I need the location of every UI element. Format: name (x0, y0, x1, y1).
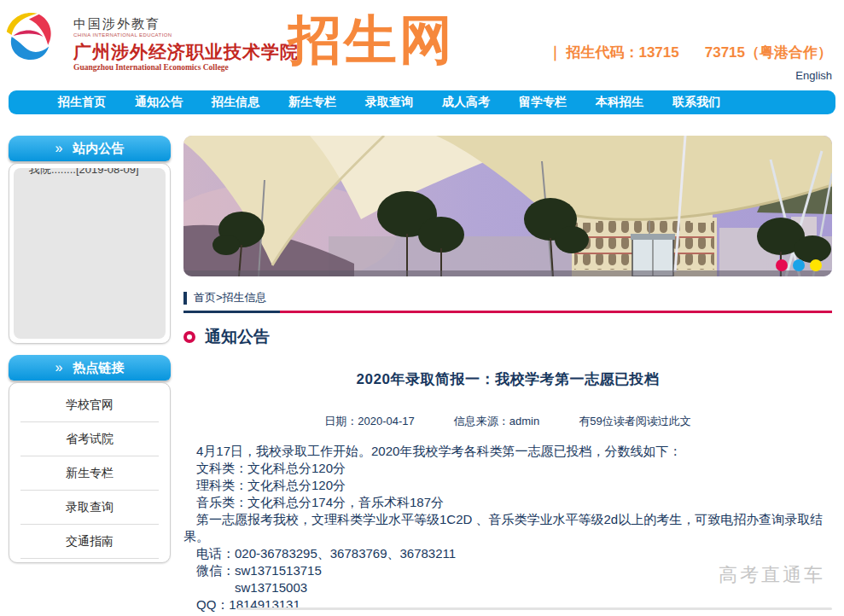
article-paragraph: 文科类：文化科总分120分 (183, 460, 832, 477)
org-name-cn: 中国涉外教育 (73, 17, 299, 30)
sidebar-hot-links-title: 热点链接 (73, 360, 124, 376)
breadcrumb-divider (183, 311, 832, 313)
carousel-dot-2[interactable] (793, 259, 805, 271)
article-paragraph: 第一志愿报考我校，文理科类学业水平等级1C2D 、音乐类学业水平等级2d以上的考… (183, 511, 832, 545)
article-paragraph: 4月17日，我校录取工作开始。2020年我校学考各科类第一志愿已投档，分数线如下… (183, 443, 832, 460)
article-paragraph: 理科类：文化科总分120分 (183, 477, 832, 494)
hot-link-admission-query[interactable]: 录取查询 (20, 491, 159, 525)
college-name-cn: 广州涉外经济职业技术学院 (73, 44, 299, 61)
article-meta: 日期：2020-04-17 信息来源：admin 有59位读者阅读过此文 (183, 414, 832, 429)
hot-link-exam-authority[interactable]: 省考试院 (20, 422, 159, 456)
admission-code-secondary: 73715（粤港合作） (705, 43, 832, 62)
announcements-box: 我院........[2019-08-09] (9, 163, 171, 344)
nav-item-undergraduate[interactable]: 本科招生 (596, 95, 643, 110)
hot-link-traffic-guide[interactable]: 交通指南 (20, 525, 159, 559)
article-paragraph: QQ：1814913131 (183, 596, 832, 613)
college-name-en: Guangzhou International Economics Colleg… (73, 64, 299, 73)
article-title: 2020年录取简报一：我校学考第一志愿已投档 (183, 369, 832, 389)
hot-link-freshman[interactable]: 新生专栏 (20, 456, 159, 491)
carousel-dot-3[interactable] (810, 259, 822, 271)
article-paragraph: 音乐类：文化科总分174分，音乐术科187分 (183, 494, 832, 511)
article-date: 日期：2020-04-17 (324, 414, 415, 429)
content: » 站内公告 我院........[2019-08-09] » 热点链接 学校官… (0, 136, 844, 613)
nav-item-admission-query[interactable]: 录取查询 (365, 95, 413, 110)
bottom-divider (237, 607, 832, 610)
article-body: 4月17日，我校录取工作开始。2020年我校学考各科类第一志愿已投档，分数线如下… (183, 443, 832, 613)
site-title: 招生网 (288, 3, 455, 77)
article-paragraph: 电话：020-36783295、36783769、36783211 (183, 545, 832, 562)
page: 中国涉外教育 CHINA INTERNATIONAL EDUCATION 广州涉… (0, 0, 844, 616)
nav-item-admission-info[interactable]: 招生信息 (212, 95, 259, 110)
campus-photo (183, 136, 832, 276)
hot-link-school-site[interactable]: 学校官网 (20, 388, 159, 422)
breadcrumb-bar (183, 292, 187, 305)
section-header: 通知公告 (183, 326, 832, 348)
watermark: 高考直通车 (719, 562, 825, 588)
nav-item-home[interactable]: 招生首页 (58, 95, 106, 110)
carousel-dot-1[interactable] (776, 259, 788, 271)
org-name-en: CHINA INTERNATIONAL EDUCATION (73, 32, 299, 38)
hot-links-box: 学校官网 省考试院 新生专栏 录取查询 交通指南 (9, 382, 171, 563)
article-views: 有59位读者阅读过此文 (579, 414, 690, 429)
college-logo-icon (2, 9, 55, 61)
nav-item-study-abroad[interactable]: 留学专栏 (519, 95, 567, 110)
section-title: 通知公告 (205, 326, 270, 348)
breadcrumb: 首页>招生信息 (183, 290, 832, 305)
breadcrumb-text[interactable]: 首页>招生信息 (194, 290, 267, 305)
double-arrow-icon: » (55, 360, 63, 375)
nav-item-freshman[interactable]: 新生专栏 (288, 95, 336, 110)
sidebar-announcements-title: 站内公告 (73, 141, 124, 157)
header-right: ｜ 招生代码：13715 73715（粤港合作） English (548, 43, 832, 83)
sidebar-header-announcements: » 站内公告 (9, 136, 171, 161)
double-arrow-icon: » (55, 141, 63, 156)
english-link[interactable]: English (795, 69, 832, 82)
admission-codes: ｜ 招生代码：13715 73715（粤港合作） (548, 43, 832, 62)
nav-item-adult-exam[interactable]: 成人高考 (442, 95, 490, 110)
main-nav: 招生首页 通知公告 招生信息 新生专栏 录取查询 成人高考 留学专栏 本科招生 … (9, 90, 835, 114)
announcement-item[interactable]: 我院........[2019-08-09] (29, 168, 166, 177)
site-header: 中国涉外教育 CHINA INTERNATIONAL EDUCATION 广州涉… (0, 0, 844, 87)
sidebar-header-hot-links: » 热点链接 (9, 355, 171, 381)
admission-code-primary: ｜ 招生代码：13715 (548, 43, 679, 62)
circle-icon (183, 331, 195, 343)
nav-item-contact[interactable]: 联系我们 (672, 95, 720, 110)
main-content: 首页>招生信息 通知公告 2020年录取简报一：我校学考第一志愿已投档 日期：2… (183, 136, 832, 613)
article-source: 信息来源：admin (454, 414, 539, 429)
banner-carousel (183, 136, 832, 276)
announcements-panel: 我院........[2019-08-09] (14, 168, 166, 339)
sidebar: » 站内公告 我院........[2019-08-09] » 热点链接 学校官… (9, 136, 171, 613)
brand-block: 中国涉外教育 CHINA INTERNATIONAL EDUCATION 广州涉… (73, 17, 299, 73)
nav-item-notices[interactable]: 通知公告 (135, 95, 183, 110)
